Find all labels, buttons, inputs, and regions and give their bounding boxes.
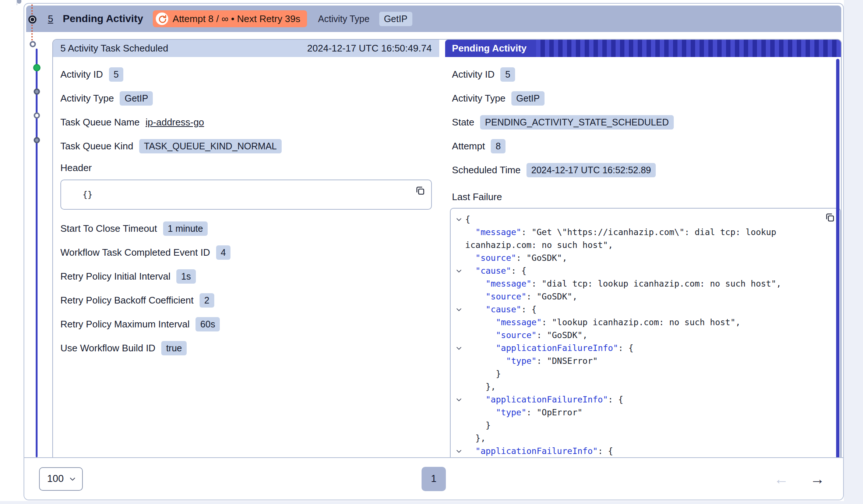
pending-activity-stripes	[536, 40, 841, 57]
timeline-dot-current[interactable]	[28, 15, 36, 24]
retry-icon-glyph	[158, 14, 166, 23]
json-gutter-spacer	[453, 419, 465, 432]
json-gutter-spacer	[453, 277, 465, 290]
json-line: "type": "DNSError"	[453, 355, 834, 368]
field-value-badge: 8	[491, 139, 506, 153]
json-code: "applicationFailureInfo": {	[465, 342, 634, 355]
pending-activity-title: Pending Activity	[445, 40, 536, 57]
json-line: "applicationFailureInfo": {	[453, 445, 834, 457]
chevron-down-icon	[455, 448, 462, 455]
timeline-dot-open[interactable]	[30, 41, 36, 47]
timeline-dot-open[interactable]	[34, 113, 40, 119]
copy-icon	[415, 185, 425, 196]
copy-header-button[interactable]	[415, 185, 425, 196]
prev-page-arrow[interactable]: ←	[774, 472, 789, 486]
collapse-toggle[interactable]	[453, 342, 465, 355]
field-label: Retry Policy Initial Interval	[60, 271, 170, 282]
field-row: Activity TypeGetIP	[452, 90, 834, 106]
field-row: Activity ID5	[60, 67, 432, 82]
field-value-badge: true	[161, 341, 187, 355]
field-row: Start To Close Timeout1 minute	[60, 221, 432, 236]
collapse-toggle[interactable]	[453, 303, 465, 316]
collapse-toggle[interactable]	[453, 393, 465, 406]
json-gutter-spacer	[453, 329, 465, 342]
json-code: "message": "dial tcp: lookup icanhazip.c…	[465, 277, 782, 290]
last-failure-json-box: { "message": "Get \"https://icanhazip.co…	[450, 208, 841, 457]
json-gutter-spacer	[453, 252, 465, 265]
json-line: "cause": {	[453, 303, 834, 316]
field-label: Activity Type	[452, 93, 506, 104]
event-detail-card: 5 Activity Task Scheduled 2024-12-17 UTC…	[52, 39, 842, 457]
collapse-toggle[interactable]	[453, 213, 465, 226]
field-row: Use Workflow Build IDtrue	[60, 340, 432, 356]
timeline-dot-gray[interactable]	[34, 137, 40, 143]
json-gutter-spacer	[453, 368, 465, 380]
field-value-badge: GetIP	[511, 91, 545, 106]
event-header-bar[interactable]: 5 Pending Activity Attempt 8 / ∞ • Next …	[26, 6, 841, 32]
field-value-badge: GetIP	[120, 91, 153, 106]
json-code: "applicationFailureInfo": {	[465, 445, 613, 457]
field-label: Activity ID	[452, 69, 495, 80]
json-code: "type": "OpError"	[465, 406, 583, 419]
field-row: Scheduled Time2024-12-17 UTC 16:52:52.89	[452, 162, 834, 178]
retry-icon	[156, 13, 168, 25]
json-gutter-spacer	[453, 290, 465, 303]
json-code: "source": "GoSDK",	[465, 290, 578, 303]
scheduled-event-panel: 5 Activity Task Scheduled 2024-12-17 UTC…	[53, 40, 439, 457]
field-label: Scheduled Time	[452, 164, 521, 176]
pending-activity-header: Pending Activity	[445, 40, 841, 57]
json-line: "message": "dial tcp: lookup icanhazip.c…	[453, 277, 834, 290]
field-row: Retry Policy Backoff Coefficient2	[60, 292, 432, 308]
field-value-badge: 2	[200, 293, 214, 308]
field-value-badge: 4	[216, 245, 231, 260]
field-row: StatePENDING_ACTIVITY_STATE_SCHEDULED	[452, 114, 834, 130]
event-history-view: 5 Pending Activity Attempt 8 / ∞ • Next …	[0, 0, 863, 504]
activity-type-badge: GetIP	[379, 12, 412, 26]
pagination-bar: 100 1 ← →	[24, 457, 843, 500]
detail-scrollbar[interactable]	[836, 59, 839, 457]
json-code: "applicationFailureInfo": {	[465, 393, 623, 406]
last-failure-label: Last Failure	[452, 191, 841, 203]
json-code: "message": "lookup icanhazip.com: no suc…	[465, 316, 741, 329]
timeline-dot-green[interactable]	[33, 64, 40, 71]
retry-badge-text: Attempt 8 / ∞ • Next Retry 39s	[173, 13, 300, 25]
timeline-dot-gray[interactable]	[34, 89, 40, 95]
field-value-badge: 1s	[176, 269, 196, 284]
activity-type-label: Activity Type	[318, 14, 370, 24]
pending-activity-panel: Pending Activity Activity ID5Activity Ty…	[445, 40, 841, 457]
json-line: "applicationFailureInfo": {	[453, 342, 834, 355]
json-gutter-spacer	[453, 316, 465, 329]
event-group-card: 5 Pending Activity Attempt 8 / ∞ • Next …	[24, 3, 844, 500]
per-page-select[interactable]: 100	[39, 467, 83, 491]
json-line: icanhazip.com: no such host",	[453, 239, 834, 252]
scheduled-event-timestamp: 2024-12-17 UTC 16:50:49.74	[307, 43, 432, 54]
field-value-badge: PENDING_ACTIVITY_STATE_SCHEDULED	[480, 115, 673, 129]
collapse-toggle[interactable]	[453, 445, 465, 457]
collapse-toggle[interactable]	[453, 265, 465, 277]
json-lines: { "message": "Get \"https://icanhazip.co…	[453, 213, 834, 457]
task-queue-link[interactable]: ip-address-go	[145, 117, 204, 128]
current-page-button[interactable]: 1	[422, 467, 446, 491]
json-line: "message": "lookup icanhazip.com: no suc…	[453, 316, 834, 329]
field-label: Header	[60, 162, 432, 174]
field-label: Retry Policy Backoff Coefficient	[60, 295, 194, 306]
pending-activity-fields: Activity ID5Activity TypeGetIPStatePENDI…	[445, 57, 841, 186]
event-id-link[interactable]: 5	[48, 13, 53, 25]
json-line: "cause": {	[453, 265, 834, 277]
json-code: }	[465, 419, 491, 432]
json-code: },	[465, 380, 496, 393]
field-label: State	[452, 117, 475, 128]
chevron-down-icon	[455, 267, 462, 274]
next-page-arrow[interactable]: →	[810, 472, 825, 486]
json-line: "source": "GoSDK",	[453, 252, 834, 265]
scheduled-event-title: 5 Activity Task Scheduled	[60, 43, 168, 54]
field-row: Task Queue Nameip-address-go	[60, 114, 432, 130]
field-label: Start To Close Timeout	[60, 223, 157, 234]
json-code: "source": "GoSDK",	[465, 252, 567, 265]
field-row: Attempt8	[452, 138, 834, 154]
json-gutter-spacer	[453, 380, 465, 393]
json-gutter-spacer	[453, 355, 465, 368]
chevron-down-icon	[455, 396, 462, 403]
copy-json-button[interactable]	[825, 212, 835, 223]
chevron-down-icon	[455, 345, 462, 352]
